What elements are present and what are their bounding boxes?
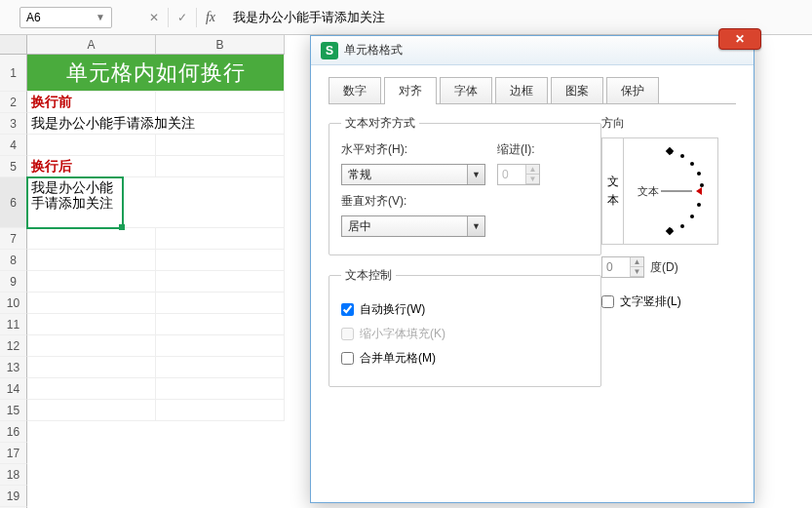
dialog-titlebar[interactable]: S 单元格格式 — [311, 36, 754, 65]
cell[interactable]: 我是办公小能手请添加关注 — [27, 113, 285, 135]
cell[interactable] — [27, 293, 156, 314]
fx-button[interactable]: fx — [198, 7, 223, 28]
cell[interactable] — [156, 335, 285, 357]
row-header[interactable]: 2 — [0, 92, 27, 113]
checkbox-input[interactable] — [341, 303, 354, 316]
group-label: 文本控制 — [341, 267, 396, 284]
col-header-b[interactable]: B — [156, 35, 285, 55]
cell[interactable] — [27, 228, 156, 250]
chevron-down-icon: ▼ — [467, 165, 484, 184]
row-header[interactable]: 18 — [0, 464, 27, 486]
close-icon: ✕ — [149, 11, 159, 24]
chevron-up-icon[interactable]: ▲ — [631, 257, 643, 267]
cell[interactable] — [156, 293, 285, 314]
cell[interactable] — [27, 378, 156, 400]
cell[interactable] — [156, 314, 285, 335]
cell[interactable] — [27, 135, 156, 156]
tab-number[interactable]: 数字 — [329, 77, 381, 104]
svg-point-6 — [697, 203, 701, 207]
cell[interactable] — [156, 400, 285, 421]
row-header[interactable]: 6 — [0, 177, 27, 228]
cell[interactable] — [156, 135, 285, 156]
cell[interactable] — [27, 250, 156, 271]
checkbox-label: 文字竖排(L) — [620, 293, 681, 310]
svg-point-4 — [697, 172, 701, 176]
tab-protect[interactable]: 保护 — [606, 77, 659, 104]
cell-title[interactable]: 单元格内如何换行 — [27, 55, 285, 92]
row-header[interactable]: 13 — [0, 357, 27, 378]
svg-point-2 — [680, 154, 684, 158]
tab-border[interactable]: 边框 — [495, 77, 548, 104]
tab-font[interactable]: 字体 — [440, 77, 492, 104]
degree-value: 0 — [606, 260, 613, 274]
cell[interactable] — [27, 335, 156, 357]
shrink-fit-checkbox: 缩小字体填充(K) — [341, 326, 589, 342]
row-header[interactable]: 15 — [0, 400, 27, 421]
row-header[interactable]: 1 — [0, 55, 27, 92]
h-align-select[interactable]: 常规 ▼ — [341, 164, 485, 185]
degree-spinner[interactable]: 0 ▲▼ — [601, 256, 644, 278]
checkbox-label: 合并单元格(M) — [360, 350, 436, 367]
chevron-down-icon[interactable]: ▼ — [631, 267, 643, 277]
cell[interactable] — [27, 314, 156, 335]
row-header[interactable]: 11 — [0, 314, 27, 335]
cell[interactable] — [123, 177, 285, 228]
wrap-text-checkbox[interactable]: 自动换行(W) — [341, 301, 589, 318]
name-box[interactable]: A6 ▼ — [19, 7, 112, 28]
degree-label: 度(D) — [650, 259, 678, 276]
cell-format-dialog: S 单元格格式 ✕ 数字 对齐 字体 边框 图案 保护 文本对齐方式 水平对齐(… — [310, 35, 754, 503]
cell[interactable] — [156, 271, 285, 293]
checkbox-input[interactable] — [601, 295, 614, 308]
cell[interactable] — [156, 228, 285, 250]
dialog-close-button[interactable]: ✕ — [718, 28, 761, 50]
cell[interactable]: 换行前 — [27, 92, 156, 113]
tab-pattern[interactable]: 图案 — [551, 77, 603, 104]
svg-rect-11 — [666, 227, 674, 235]
row-header[interactable]: 8 — [0, 250, 27, 271]
cancel-formula-button[interactable]: ✕ — [141, 7, 167, 28]
chevron-down-icon: ▼ — [96, 12, 105, 22]
text-control-group: 文本控制 自动换行(W) 缩小字体填充(K) 合并单元格(M) — [329, 267, 601, 387]
row-header[interactable]: 7 — [0, 228, 27, 250]
v-align-select[interactable]: 居中 ▼ — [341, 215, 485, 237]
row-header[interactable]: 17 — [0, 443, 27, 464]
row-header[interactable]: 10 — [0, 293, 27, 314]
chevron-down-icon: ▼ — [526, 175, 539, 184]
name-box-value: A6 — [26, 11, 41, 24]
select-all-corner[interactable] — [0, 35, 27, 55]
cell[interactable] — [156, 156, 285, 177]
merge-cells-checkbox[interactable]: 合并单元格(M) — [341, 350, 589, 367]
svg-point-3 — [690, 162, 694, 166]
v-align-value: 居中 — [348, 218, 371, 235]
orientation-label: 方向 — [601, 115, 736, 132]
indent-spinner: 0 ▲▼ — [497, 164, 540, 185]
cell-selected[interactable]: 我是办公小能手请添加关注 — [27, 177, 123, 228]
cell[interactable] — [27, 400, 156, 421]
row-header[interactable]: 14 — [0, 378, 27, 400]
orientation-control[interactable]: 文 本 文本 — [601, 137, 718, 245]
cell[interactable]: 换行后 — [27, 156, 156, 177]
checkbox-input[interactable] — [341, 352, 354, 365]
row-header[interactable]: 12 — [0, 335, 27, 357]
vertical-text-checkbox[interactable]: 文字竖排(L) — [601, 293, 736, 310]
cell[interactable] — [156, 357, 285, 378]
row-header[interactable]: 16 — [0, 421, 27, 443]
row-header[interactable]: 4 — [0, 135, 27, 156]
h-align-value: 常规 — [348, 167, 371, 183]
cell[interactable] — [27, 271, 156, 293]
cell[interactable] — [27, 357, 156, 378]
formula-bar[interactable]: 我是办公小能手请添加关注 — [233, 9, 385, 26]
row-header[interactable]: 3 — [0, 113, 27, 135]
row-header[interactable]: 19 — [0, 486, 27, 507]
cell[interactable] — [156, 250, 285, 271]
row-header[interactable]: 5 — [0, 156, 27, 177]
indent-label: 缩进(I): — [497, 141, 535, 158]
tab-alignment[interactable]: 对齐 — [384, 77, 437, 104]
cell[interactable] — [156, 92, 285, 113]
cell[interactable] — [156, 378, 285, 400]
vertical-text-button[interactable]: 文 本 — [602, 138, 624, 244]
col-header-a[interactable]: A — [27, 35, 156, 55]
orientation-dial[interactable]: 文本 — [624, 138, 717, 244]
confirm-formula-button[interactable]: ✓ — [170, 7, 195, 28]
row-header[interactable]: 9 — [0, 271, 27, 293]
